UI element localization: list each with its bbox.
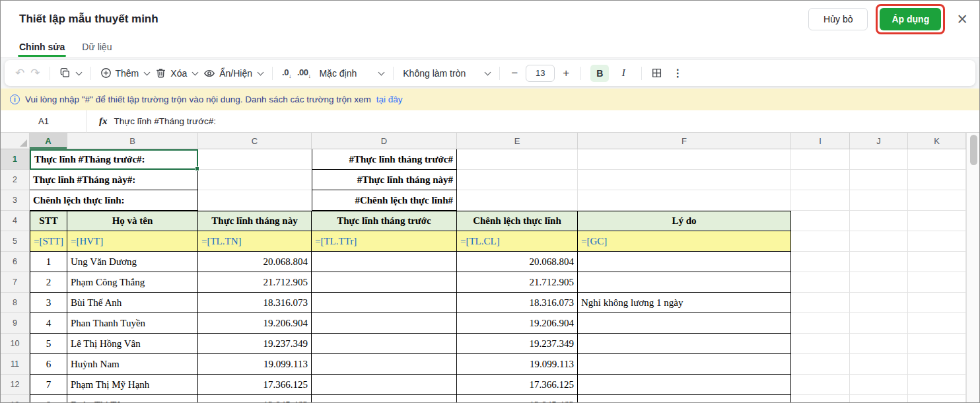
tab-data[interactable]: Dữ liệu <box>82 36 112 57</box>
row-header-12[interactable]: 12 <box>1 375 30 395</box>
cell-f3[interactable] <box>578 190 791 211</box>
column-header-j[interactable]: J <box>850 133 908 149</box>
cell-i4[interactable] <box>791 211 850 231</box>
cell-i3[interactable] <box>791 190 850 211</box>
cell-tl-cl[interactable]: 17.366.125 <box>457 375 578 395</box>
italic-button[interactable]: I <box>615 65 632 82</box>
row-header-3[interactable]: 3 <box>1 190 30 211</box>
decrease-decimal-button[interactable]: .0↓ <box>282 67 291 79</box>
cell-i5[interactable] <box>791 231 850 252</box>
cell-i[interactable] <box>791 334 850 354</box>
cell-k5[interactable] <box>908 231 966 252</box>
cell-tl-cl[interactable]: 20.068.804 <box>457 252 578 272</box>
cell-stt[interactable]: 5 <box>30 334 67 354</box>
cell-k[interactable] <box>908 272 966 293</box>
cell-name[interactable]: Đoàn Thị Tâm <box>67 395 198 402</box>
column-header-c[interactable]: C <box>198 133 312 149</box>
cell-name[interactable]: Lê Thị Hồng Vân <box>67 334 198 354</box>
scrollbar-thumb[interactable] <box>970 135 977 165</box>
cell-k2[interactable] <box>908 170 966 190</box>
cell-stt[interactable]: 7 <box>30 375 67 395</box>
number-format-dropdown[interactable]: Mặc định <box>319 68 384 79</box>
row-header-8[interactable]: 8 <box>1 293 30 313</box>
row-header-7[interactable]: 7 <box>1 272 30 293</box>
cell-f1[interactable] <box>578 149 791 170</box>
cell-tl-tn[interactable]: 20.068.804 <box>198 252 312 272</box>
cell-i[interactable] <box>791 354 850 375</box>
cell-c2[interactable] <box>198 170 312 190</box>
cell-stt[interactable]: 6 <box>30 354 67 375</box>
merge-cell-gc[interactable]: =[GC] <box>578 231 791 252</box>
cell-j[interactable] <box>850 334 908 354</box>
cell-k[interactable] <box>908 293 966 313</box>
cell-k[interactable] <box>908 252 966 272</box>
cell-d3[interactable]: #Chênh lệch thực lĩnh# <box>312 190 457 211</box>
cell-k[interactable] <box>908 334 966 354</box>
cell-a3[interactable]: Chênh lệch thực lĩnh: <box>30 190 198 211</box>
row-header-2[interactable]: 2 <box>1 170 30 190</box>
cell-reason[interactable] <box>578 313 791 334</box>
cell-j[interactable] <box>850 293 908 313</box>
cell-i[interactable] <box>791 395 850 402</box>
cell-k[interactable] <box>908 313 966 334</box>
cell-name[interactable]: Phạm Thị Mỹ Hạnh <box>67 375 198 395</box>
column-header-d[interactable]: D <box>312 133 457 149</box>
cell-k4[interactable] <box>908 211 966 231</box>
cancel-button[interactable]: Hủy bỏ <box>808 8 868 30</box>
formula-input[interactable]: Thực lĩnh #Tháng trước#: <box>114 116 217 126</box>
cell-tl-tn[interactable]: 19.099.113 <box>198 354 312 375</box>
cell-tl-cl[interactable]: 19.237.349 <box>457 334 578 354</box>
apply-button[interactable]: Áp dụng <box>880 8 941 30</box>
cell-k1[interactable] <box>908 149 966 170</box>
cell-tl-cl[interactable]: 18.316.073 <box>457 293 578 313</box>
cell-stt[interactable]: 2 <box>30 272 67 293</box>
cell-d2[interactable]: #Thực lĩnh tháng này# <box>312 170 457 190</box>
cell-j2[interactable] <box>850 170 908 190</box>
cell-reason[interactable] <box>578 354 791 375</box>
header-cell-tl-thang-truoc[interactable]: Thực lĩnh tháng trước <box>312 211 457 231</box>
cell-i[interactable] <box>791 313 850 334</box>
delete-button[interactable]: Xóa <box>155 67 197 79</box>
cell-name[interactable]: Phan Thanh Tuyền <box>67 313 198 334</box>
merge-cell-stt[interactable]: =[STT] <box>30 231 67 252</box>
header-cell-stt[interactable]: STT <box>30 211 67 231</box>
cell-k[interactable] <box>908 375 966 395</box>
cell-stt[interactable]: 8 <box>30 395 67 402</box>
cell-reason[interactable] <box>578 375 791 395</box>
column-header-k[interactable]: K <box>908 133 966 149</box>
row-header-1[interactable]: 1 <box>1 149 30 170</box>
cell-tl-tn[interactable]: 12.845.463 <box>198 395 312 402</box>
merge-cell-tltn[interactable]: =[TL.TN] <box>198 231 312 252</box>
cell-tl-tn[interactable]: 18.316.073 <box>198 293 312 313</box>
cell-j[interactable] <box>850 354 908 375</box>
cell-tl-tn[interactable]: 17.366.125 <box>198 375 312 395</box>
cell-tl-ttr[interactable] <box>312 375 457 395</box>
header-cell-tl-thang-nay[interactable]: Thực lĩnh tháng này <box>198 211 312 231</box>
cell-reason[interactable] <box>578 272 791 293</box>
row-header-11[interactable]: 11 <box>1 354 30 375</box>
cell-c1[interactable] <box>198 149 312 170</box>
banner-link[interactable]: tại đây <box>376 94 403 104</box>
header-cell-chenh-lech[interactable]: Chênh lệch thực lĩnh <box>457 211 578 231</box>
cell-e1[interactable] <box>457 149 578 170</box>
cell-e2[interactable] <box>457 170 578 190</box>
cell-stt[interactable]: 1 <box>30 252 67 272</box>
column-header-e[interactable]: E <box>457 133 578 149</box>
fill-handle[interactable] <box>195 166 199 171</box>
cell-e3[interactable] <box>457 190 578 211</box>
selected-cell-a1[interactable]: Thực lĩnh #Tháng trước#: <box>30 149 198 170</box>
cell-tl-cl[interactable]: 19.099.113 <box>457 354 578 375</box>
cell-j4[interactable] <box>850 211 908 231</box>
cell-reason[interactable] <box>578 334 791 354</box>
cell-f2[interactable] <box>578 170 791 190</box>
rounding-dropdown[interactable]: Không làm tròn <box>403 68 490 79</box>
cell-tl-ttr[interactable] <box>312 252 457 272</box>
cell-tl-cl[interactable]: 21.712.905 <box>457 272 578 293</box>
column-header-b[interactable]: B <box>67 133 198 149</box>
increase-decimal-button[interactable]: .00↓ <box>297 67 311 79</box>
cell-i[interactable] <box>791 252 850 272</box>
column-header-f[interactable]: F <box>578 133 791 149</box>
row-header-9[interactable]: 9 <box>1 313 30 334</box>
cell-j[interactable] <box>850 313 908 334</box>
row-header-4[interactable]: 4 <box>1 211 30 231</box>
